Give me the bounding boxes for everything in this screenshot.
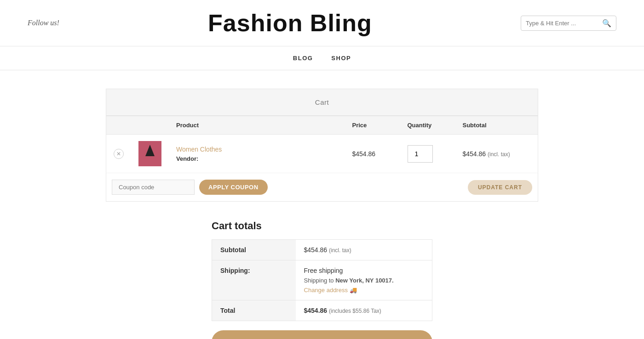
shipping-to-text: Shipping to New York, NY 10017. <box>304 277 424 284</box>
remove-cell: ✕ <box>106 135 132 173</box>
total-tax-text: (includes $55.86 Tax) <box>329 308 381 314</box>
product-info-cell: Women Clothes Vendor: <box>169 135 345 173</box>
total-amount: $454.86 <box>304 307 328 314</box>
product-thumbnail <box>138 141 161 166</box>
cart-totals-section: Cart totals Subtotal $454.86 (incl. tax)… <box>212 220 432 339</box>
nav-blog[interactable]: BLOG <box>293 55 313 62</box>
search-input[interactable] <box>526 20 599 27</box>
main-nav: BLOG SHOP <box>0 46 644 70</box>
product-price-cell: $454.86 <box>345 135 400 173</box>
nav-shop[interactable]: SHOP <box>331 55 351 62</box>
totals-table: Subtotal $454.86 (incl. tax) Shipping: F… <box>212 239 432 321</box>
total-value-cell: $454.86 (includes $55.86 Tax) <box>296 300 432 321</box>
cart-table: Product Price Quantity Subtotal ✕ Women … <box>106 116 538 173</box>
proceed-to-checkout-button[interactable]: PROCEED TO CHECKOUT <box>212 330 432 339</box>
col-header-product: Product <box>169 116 345 135</box>
subtotal-amount: $454.86 <box>304 246 328 254</box>
search-box: 🔍 <box>521 16 616 31</box>
col-header-price: Price <box>345 116 400 135</box>
col-header-img <box>131 116 169 135</box>
product-vendor: Vendor: <box>176 155 198 162</box>
coupon-input[interactable] <box>112 180 195 195</box>
cart-heading: Cart <box>106 89 538 116</box>
totals-total-row: Total $454.86 (includes $55.86 Tax) <box>212 300 432 321</box>
subtotal-value-cell: $454.86 (incl. tax) <box>296 240 432 260</box>
coupon-left: APPLY COUPON <box>112 180 268 195</box>
subtotal-label: Subtotal <box>212 240 296 260</box>
search-icon-button[interactable]: 🔍 <box>602 19 611 28</box>
incl-tax-label: (incl. tax) <box>488 151 510 158</box>
totals-shipping-row: Shipping: Free shipping Shipping to New … <box>212 260 432 300</box>
product-image-cell <box>131 135 169 173</box>
total-label: Total <box>212 300 296 321</box>
update-cart-button[interactable]: UPDATE CART <box>468 180 532 195</box>
product-quantity-cell <box>400 135 455 173</box>
shipping-value-cell: Free shipping Shipping to New York, NY 1… <box>296 260 432 300</box>
change-address-link[interactable]: Change address 🚚 <box>304 287 357 294</box>
product-subtotal: $454.86 <box>463 150 486 158</box>
free-shipping-text: Free shipping <box>304 267 424 274</box>
remove-item-button[interactable]: ✕ <box>114 149 124 159</box>
product-name-link[interactable]: Women Clothes <box>176 146 338 153</box>
shipping-label: Shipping: <box>212 260 296 300</box>
main-content: Cart Product Price Quantity Subtotal ✕ <box>97 89 547 339</box>
col-header-quantity: Quantity <box>400 116 455 135</box>
quantity-input[interactable] <box>408 145 433 163</box>
table-row: ✕ Women Clothes Vendor: $454.86 $454.86 <box>106 135 538 173</box>
coupon-row: APPLY COUPON UPDATE CART <box>106 173 538 202</box>
cart-totals-title: Cart totals <box>212 220 432 232</box>
subtotal-incl-tax: (incl. tax) <box>329 247 351 254</box>
shipping-address: New York, NY 10017. <box>335 277 393 284</box>
follow-us-text: Follow us! <box>28 19 59 27</box>
product-price: $454.86 <box>352 150 376 158</box>
site-header: Follow us! Fashion Bling 🔍 <box>0 0 644 46</box>
truck-icon: 🚚 <box>350 287 357 294</box>
col-header-subtotal: Subtotal <box>455 116 538 135</box>
site-title: Fashion Bling <box>208 9 372 37</box>
apply-coupon-button[interactable]: APPLY COUPON <box>199 180 268 195</box>
product-subtotal-cell: $454.86 (incl. tax) <box>455 135 538 173</box>
totals-subtotal-row: Subtotal $454.86 (incl. tax) <box>212 240 432 260</box>
col-header-remove <box>106 116 132 135</box>
